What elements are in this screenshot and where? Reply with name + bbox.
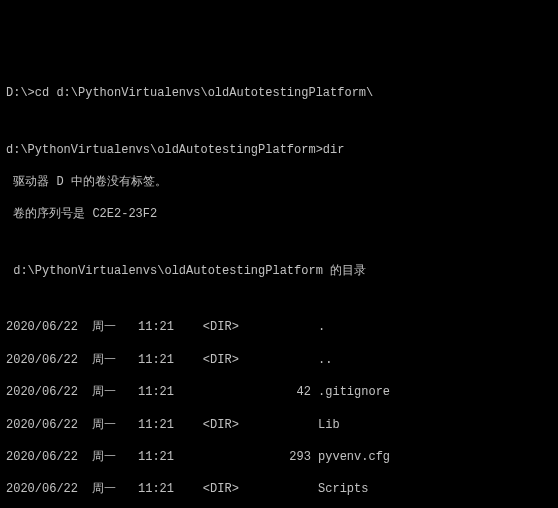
dir-header: d:\PythonVirtualenvs\oldAutotestingPlatf… bbox=[6, 263, 552, 279]
terminal-output: D:\>cd d:\PythonVirtualenvs\oldAutotesti… bbox=[6, 69, 552, 508]
cmd-line: d:\PythonVirtualenvs\oldAutotestingPlatf… bbox=[6, 142, 552, 158]
dir-row: 2020/06/22 周一 11:21 <DIR> .. bbox=[6, 352, 552, 368]
dir-row: 2020/06/22 周一 11:21 <DIR> Lib bbox=[6, 417, 552, 433]
dir-row: 2020/06/22 周一 11:21 42 .gitignore bbox=[6, 384, 552, 400]
dir-row: 2020/06/22 周一 11:21 <DIR> Scripts bbox=[6, 481, 552, 497]
serial-number: 卷的序列号是 C2E2-23F2 bbox=[6, 206, 552, 222]
drive-label: 驱动器 D 中的卷没有标签。 bbox=[6, 174, 552, 190]
cmd-line: D:\>cd d:\PythonVirtualenvs\oldAutotesti… bbox=[6, 85, 552, 101]
dir-row: 2020/06/22 周一 11:21 <DIR> . bbox=[6, 319, 552, 335]
dir-row: 2020/06/22 周一 11:21 293 pyvenv.cfg bbox=[6, 449, 552, 465]
